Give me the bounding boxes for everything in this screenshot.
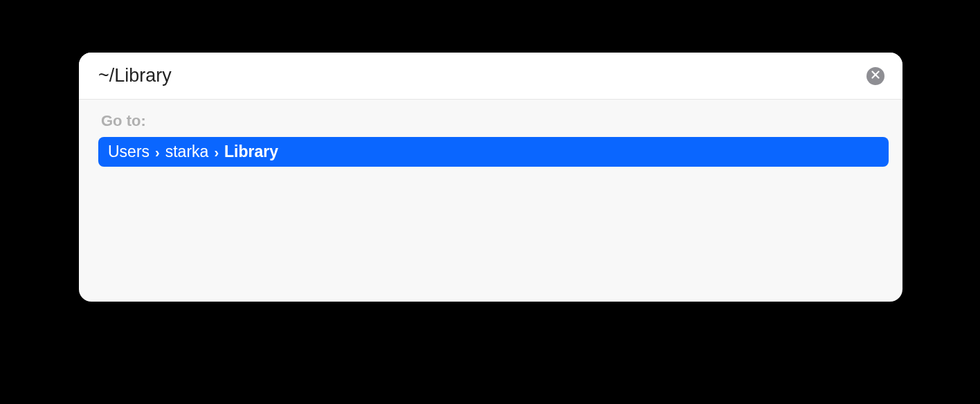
- input-row: [79, 53, 902, 100]
- go-to-folder-dialog: Go to: Users › starka › Library: [79, 53, 902, 302]
- path-suggestion[interactable]: Users › starka › Library: [98, 137, 889, 167]
- close-icon: [871, 71, 880, 81]
- breadcrumb-segment-final: Library: [224, 143, 278, 161]
- breadcrumb-segment: Users: [108, 143, 149, 161]
- suggestions-area: Go to: Users › starka › Library: [79, 100, 902, 302]
- chevron-right-icon: ›: [154, 145, 161, 160]
- path-input[interactable]: [98, 65, 858, 86]
- chevron-right-icon: ›: [212, 145, 220, 160]
- breadcrumb-segment: starka: [165, 143, 209, 161]
- goto-label: Go to:: [101, 112, 890, 130]
- clear-button[interactable]: [866, 67, 884, 85]
